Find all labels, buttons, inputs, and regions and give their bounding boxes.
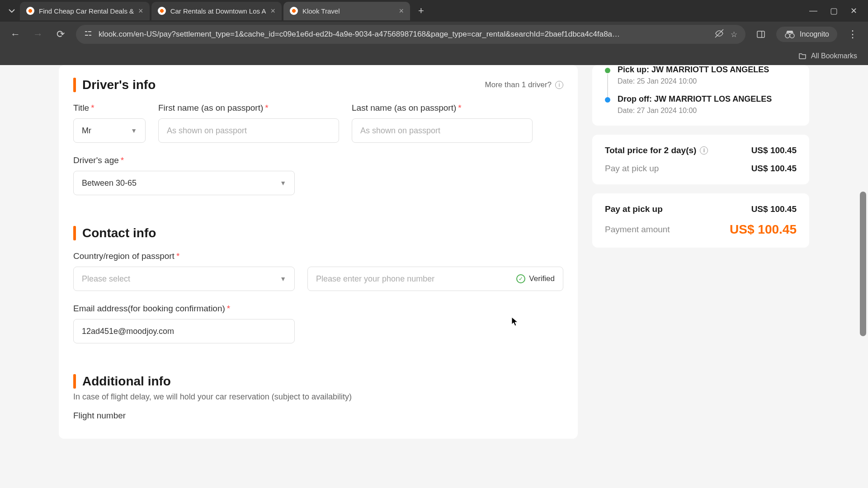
- scrollbar-track[interactable]: [860, 65, 867, 488]
- close-icon[interactable]: ×: [138, 6, 143, 16]
- more-drivers-link[interactable]: More than 1 driver? i: [485, 80, 563, 89]
- contact-section-header: Contact info: [73, 226, 563, 240]
- section-accent-bar: [73, 78, 76, 92]
- first-name-input-wrap: [158, 118, 339, 143]
- title-value: Mr: [82, 126, 91, 136]
- email-input[interactable]: [82, 327, 286, 336]
- section-accent-bar: [73, 226, 76, 240]
- additional-info-title: Additional info: [82, 374, 171, 389]
- last-name-label: Last name (as on passport)*: [352, 103, 533, 113]
- flight-number-label: Flight number: [73, 411, 126, 420]
- payment-summary-card: Pay at pick up US$ 100.45 Payment amount…: [592, 193, 809, 248]
- url-bar[interactable]: klook.com/en-US/pay?settlement_type=1&ca…: [76, 25, 745, 44]
- country-field-group: Country/region of passport* Please selec…: [73, 251, 295, 291]
- incognito-icon: [784, 30, 795, 38]
- url-text: klook.com/en-US/pay?settlement_type=1&ca…: [99, 30, 708, 39]
- side-panel-icon[interactable]: [754, 27, 768, 42]
- incognito-badge[interactable]: Incognito: [776, 27, 837, 42]
- country-select[interactable]: Please select ▼: [73, 267, 295, 291]
- tab-title: Klook Travel: [302, 7, 394, 15]
- driver-info-title: Driver's info: [82, 78, 156, 92]
- price-breakdown-card: Total price for 2 day(s) i US$ 100.45 Pa…: [592, 135, 809, 184]
- dropoff-dot-icon: [605, 97, 610, 103]
- bookmarks-link[interactable]: All Bookmarks: [811, 52, 857, 60]
- minimize-icon[interactable]: —: [809, 6, 817, 16]
- favicon-icon: [158, 7, 166, 15]
- age-label: Driver's age*: [73, 155, 295, 165]
- age-select[interactable]: Between 30-65 ▼: [73, 171, 295, 195]
- pickup-date: Date: 25 Jan 2024 10:00: [618, 77, 797, 85]
- browser-tab[interactable]: Find Cheap Car Rental Deals & ×: [20, 2, 150, 20]
- svg-point-7: [790, 33, 794, 38]
- title-field-group: Title* Mr ▼: [73, 103, 146, 143]
- info-icon[interactable]: i: [700, 146, 708, 155]
- first-name-field-group: First name (as on passport)*: [158, 103, 339, 143]
- dropoff-timeline-item: Drop off: JW MARRIOTT LOS ANGELES Date: …: [605, 94, 797, 115]
- more-drivers-label: More than 1 driver?: [485, 80, 552, 89]
- last-name-input-wrap: [352, 118, 533, 143]
- maximize-icon[interactable]: ▢: [830, 6, 838, 16]
- svg-rect-0: [85, 31, 87, 32]
- close-icon[interactable]: ×: [270, 6, 275, 16]
- last-name-input[interactable]: [360, 126, 524, 136]
- close-window-icon[interactable]: ✕: [850, 6, 857, 16]
- dropoff-date: Date: 27 Jan 2024 10:00: [618, 107, 797, 115]
- email-field-group: Email address(for booking confirmation)*: [73, 304, 295, 343]
- svg-rect-1: [88, 31, 91, 32]
- back-button[interactable]: ←: [8, 27, 23, 42]
- pickup-timeline-item: Pick up: JW MARRIOTT LOS ANGELES Date: 2…: [605, 65, 797, 85]
- info-icon: i: [555, 81, 563, 89]
- tab-title: Find Cheap Car Rental Deals &: [39, 7, 134, 15]
- window-controls: — ▢ ✕: [809, 6, 863, 16]
- age-value: Between 30-65: [82, 178, 137, 188]
- favicon-icon: [26, 7, 34, 15]
- new-tab-button[interactable]: +: [412, 5, 430, 17]
- booking-summary-sidebar: Pick up: JW MARRIOTT LOS ANGELES Date: 2…: [592, 65, 809, 248]
- pickup-location: Pick up: JW MARRIOTT LOS ANGELES: [618, 65, 797, 75]
- pay-pickup-bold-label: Pay at pick up: [605, 204, 663, 214]
- phone-field: ✓ Verified: [307, 267, 563, 291]
- payment-amount-value: US$ 100.45: [730, 222, 797, 237]
- check-circle-icon: ✓: [516, 274, 525, 283]
- chevron-down-icon: ▼: [280, 179, 286, 187]
- folder-icon: [798, 52, 807, 60]
- svg-rect-3: [89, 35, 91, 36]
- close-icon[interactable]: ×: [399, 6, 404, 16]
- menu-icon[interactable]: ⋮: [845, 27, 860, 42]
- checkout-form: Driver's info More than 1 driver? i Titl…: [59, 65, 578, 439]
- bookmark-star-icon[interactable]: ☆: [731, 30, 737, 39]
- pickup-dot-icon: [605, 68, 610, 73]
- pay-pickup-value: US$ 100.45: [751, 164, 797, 174]
- svg-rect-2: [85, 35, 88, 36]
- tab-search-dropdown[interactable]: [5, 5, 18, 17]
- country-placeholder: Please select: [82, 274, 130, 284]
- email-label: Email address(for booking confirmation)*: [73, 304, 295, 314]
- svg-point-6: [785, 33, 790, 38]
- favicon-icon: [290, 7, 298, 15]
- title-select[interactable]: Mr ▼: [73, 118, 146, 143]
- country-label: Country/region of passport*: [73, 251, 295, 261]
- verified-badge: ✓ Verified: [516, 274, 555, 283]
- page-content: Driver's info More than 1 driver? i Titl…: [0, 65, 868, 488]
- itinerary-card: Pick up: JW MARRIOTT LOS ANGELES Date: 2…: [592, 65, 809, 126]
- first-name-input[interactable]: [167, 126, 330, 136]
- additional-info-subtitle: In case of flight delay, we will hold yo…: [73, 392, 563, 402]
- first-name-label: First name (as on passport)*: [158, 103, 339, 113]
- browser-tab[interactable]: Car Rentals at Downtown Los A ×: [151, 2, 282, 20]
- verified-label: Verified: [529, 274, 555, 283]
- bookmark-bar: All Bookmarks: [0, 47, 868, 65]
- reload-button[interactable]: ⟳: [53, 27, 68, 42]
- scrollbar-thumb[interactable]: [860, 192, 866, 336]
- svg-rect-4: [757, 31, 764, 38]
- phone-input[interactable]: [316, 274, 510, 284]
- section-accent-bar: [73, 374, 76, 389]
- browser-tab-active[interactable]: Klook Travel ×: [283, 2, 410, 20]
- email-input-wrap: [73, 319, 295, 343]
- title-label: Title*: [73, 103, 146, 113]
- eye-off-icon[interactable]: [714, 28, 724, 41]
- driver-section-header: Driver's info More than 1 driver? i: [73, 78, 563, 92]
- pay-pickup-bold-value: US$ 100.45: [751, 204, 797, 214]
- dropoff-location: Drop off: JW MARRIOTT LOS ANGELES: [618, 94, 797, 104]
- last-name-field-group: Last name (as on passport)*: [352, 103, 533, 143]
- site-settings-icon[interactable]: [84, 29, 92, 40]
